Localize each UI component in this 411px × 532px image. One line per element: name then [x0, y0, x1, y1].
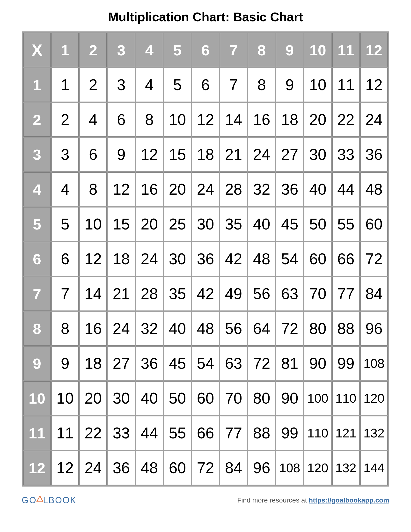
data-cell: 20 [80, 381, 107, 415]
data-cell: 30 [164, 242, 191, 276]
data-cell: 96 [360, 312, 388, 346]
svg-marker-0 [37, 496, 43, 502]
data-cell: 10 [51, 381, 79, 415]
data-cell: 30 [108, 381, 135, 415]
data-cell: 8 [248, 68, 275, 102]
data-cell: 12 [192, 103, 219, 137]
col-header: 9 [276, 33, 303, 67]
row-header: 11 [23, 416, 51, 450]
data-cell: 70 [304, 277, 331, 311]
data-cell: 40 [164, 312, 191, 346]
data-cell: 36 [108, 451, 135, 485]
data-cell: 40 [304, 172, 331, 206]
data-cell: 72 [360, 242, 388, 276]
data-cell: 12 [108, 172, 135, 206]
data-cell: 48 [360, 172, 388, 206]
data-cell: 2 [80, 68, 107, 102]
data-cell: 132 [360, 416, 388, 450]
row-header: 2 [23, 103, 51, 137]
data-cell: 96 [248, 451, 275, 485]
data-cell: 24 [108, 312, 135, 346]
data-cell: 63 [276, 277, 303, 311]
data-cell: 33 [108, 416, 135, 450]
data-cell: 77 [332, 277, 360, 311]
data-cell: 4 [136, 68, 163, 102]
data-cell: 32 [136, 312, 163, 346]
data-cell: 49 [220, 277, 247, 311]
data-cell: 121 [332, 416, 360, 450]
logo-text-left: GO [22, 495, 37, 505]
data-cell: 72 [192, 451, 219, 485]
data-cell: 81 [276, 347, 303, 380]
data-cell: 45 [276, 207, 303, 241]
data-cell: 60 [164, 451, 191, 485]
data-cell: 4 [80, 103, 107, 137]
data-cell: 15 [108, 207, 135, 241]
data-cell: 8 [80, 172, 107, 206]
col-header: 8 [248, 33, 275, 67]
page-title: Multiplication Chart: Basic Chart [108, 10, 303, 24]
data-cell: 50 [164, 381, 191, 415]
data-cell: 35 [220, 207, 247, 241]
row-header: 10 [23, 381, 51, 415]
data-cell: 30 [192, 207, 219, 241]
data-cell: 63 [220, 347, 247, 380]
data-cell: 60 [360, 207, 388, 241]
data-cell: 35 [164, 277, 191, 311]
data-cell: 80 [304, 312, 331, 346]
data-cell: 12 [51, 451, 79, 485]
data-cell: 8 [51, 312, 79, 346]
data-cell: 7 [51, 277, 79, 311]
data-cell: 108 [276, 451, 303, 485]
data-cell: 72 [276, 312, 303, 346]
data-cell: 48 [192, 312, 219, 346]
row-header: 7 [23, 277, 51, 311]
data-cell: 80 [248, 381, 275, 415]
data-cell: 12 [80, 242, 107, 276]
data-cell: 5 [164, 68, 191, 102]
data-cell: 88 [248, 416, 275, 450]
data-cell: 110 [304, 416, 331, 450]
col-header: 11 [332, 33, 360, 67]
data-cell: 18 [80, 347, 107, 380]
data-cell: 54 [276, 242, 303, 276]
row-header: 5 [23, 207, 51, 241]
data-cell: 45 [164, 347, 191, 380]
data-cell: 6 [80, 138, 107, 171]
col-header: 4 [136, 33, 163, 67]
data-cell: 9 [108, 138, 135, 171]
col-header: 10 [304, 33, 331, 67]
data-cell: 66 [332, 242, 360, 276]
data-cell: 28 [220, 172, 247, 206]
resources-link[interactable]: https://goalbookapp.com [309, 496, 389, 504]
data-cell: 15 [164, 138, 191, 171]
data-cell: 27 [108, 347, 135, 380]
data-cell: 36 [192, 242, 219, 276]
col-header: 5 [164, 33, 191, 67]
data-cell: 44 [332, 172, 360, 206]
data-cell: 90 [276, 381, 303, 415]
col-header: 3 [108, 33, 135, 67]
data-cell: 12 [136, 138, 163, 171]
row-header: 3 [23, 138, 51, 171]
col-header: 2 [80, 33, 107, 67]
data-cell: 72 [248, 347, 275, 380]
data-cell: 28 [136, 277, 163, 311]
data-cell: 30 [304, 138, 331, 171]
data-cell: 27 [276, 138, 303, 171]
footer: GO LBOOK Find more resources at https://… [22, 495, 389, 505]
data-cell: 36 [276, 172, 303, 206]
data-cell: 20 [304, 103, 331, 137]
data-cell: 100 [304, 381, 331, 415]
data-cell: 36 [136, 347, 163, 380]
data-cell: 9 [276, 68, 303, 102]
data-cell: 14 [220, 103, 247, 137]
table-body: X123456789101112112345678910111222468101… [23, 33, 388, 485]
footer-resources: Find more resources at https://goalbooka… [237, 496, 389, 504]
data-cell: 20 [136, 207, 163, 241]
logo-triangle-icon [36, 495, 44, 505]
data-cell: 4 [51, 172, 79, 206]
data-cell: 42 [220, 242, 247, 276]
data-cell: 42 [192, 277, 219, 311]
data-cell: 55 [164, 416, 191, 450]
